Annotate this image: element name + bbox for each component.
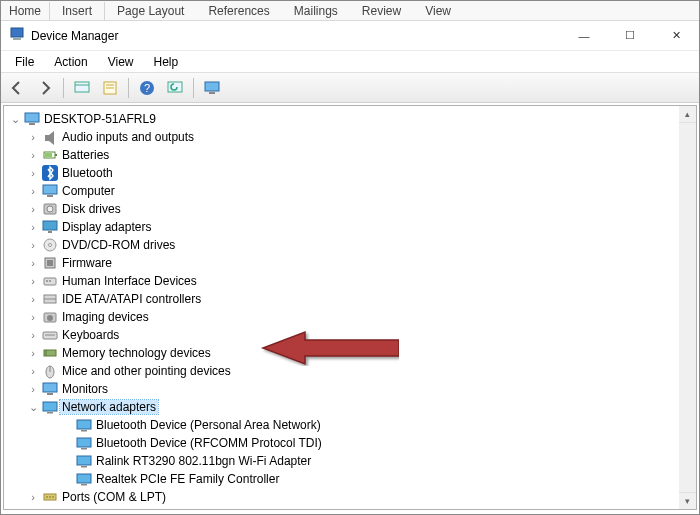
expand-icon[interactable]: › [26, 167, 40, 179]
expand-icon[interactable]: › [26, 221, 40, 233]
network-adapter-item[interactable]: Realtek PCIe FE Family Controller [60, 470, 679, 488]
window-minimize[interactable]: — [561, 21, 607, 51]
network-adapter-item[interactable]: Bluetooth Device (RFCOMM Protocol TDI) [60, 434, 679, 452]
imaging-icon [42, 309, 58, 325]
menu-action[interactable]: Action [44, 53, 97, 71]
window-titlebar: Device Manager — ☐ ✕ [1, 21, 699, 51]
toolbar-forward[interactable] [33, 76, 57, 100]
expand-icon[interactable]: › [26, 311, 40, 323]
tree-item-audio[interactable]: ›Audio inputs and outputs [26, 128, 679, 146]
network-adapter-icon [76, 435, 92, 451]
svg-point-26 [49, 244, 52, 247]
network-adapter-item[interactable]: Ralink RT3290 802.11bgn Wi-Fi Adapter [60, 452, 679, 470]
tree-item-label: Computer [60, 184, 117, 198]
svg-text:?: ? [144, 82, 150, 94]
ribbon-tab-review[interactable]: Review [350, 2, 413, 20]
expand-icon[interactable]: › [26, 365, 40, 377]
tree-item-ports[interactable]: ›Ports (COM & LPT) [26, 488, 679, 506]
toolbar-scan[interactable] [200, 76, 224, 100]
tree-item-computer[interactable]: ›Computer [26, 182, 679, 200]
svg-rect-53 [81, 484, 87, 486]
battery-icon [42, 147, 58, 163]
ribbon-tab-references[interactable]: References [196, 2, 281, 20]
tree-item-imaging[interactable]: ›Imaging devices [26, 308, 679, 326]
svg-rect-48 [77, 438, 91, 447]
expand-icon[interactable]: › [26, 383, 40, 395]
window-close[interactable]: ✕ [653, 21, 699, 51]
tree-item-label: DVD/CD-ROM drives [60, 238, 177, 252]
computer-icon [42, 183, 58, 199]
tree-item-memory[interactable]: ›Memory technology devices [26, 344, 679, 362]
collapse-icon[interactable]: ⌄ [26, 401, 40, 414]
firmware-icon [42, 255, 58, 271]
collapse-icon[interactable]: ⌄ [8, 113, 22, 126]
expand-icon[interactable]: › [26, 239, 40, 251]
expand-icon[interactable]: › [26, 491, 40, 503]
network-adapter-icon [76, 453, 92, 469]
svg-point-56 [49, 496, 51, 498]
audio-icon [42, 129, 58, 145]
toolbar-show-tree[interactable] [70, 76, 94, 100]
network-adapter-label: Ralink RT3290 802.11bgn Wi-Fi Adapter [94, 454, 313, 468]
svg-rect-28 [47, 260, 53, 266]
scroll-up-icon[interactable]: ▴ [679, 106, 696, 123]
tree-root[interactable]: ⌄ DESKTOP-51AFRL9 [8, 110, 679, 128]
tree-item-hid[interactable]: ›Human Interface Devices [26, 272, 679, 290]
svg-point-35 [47, 315, 53, 321]
tree-item-network[interactable]: ⌄Network adapters [26, 398, 679, 416]
ribbon-tab-mailings[interactable]: Mailings [282, 2, 350, 20]
bluetooth-icon [42, 165, 58, 181]
expand-icon[interactable]: › [26, 329, 40, 341]
expand-icon[interactable]: › [26, 275, 40, 287]
keyboard-icon [42, 327, 58, 343]
tree-item-dvd[interactable]: ›DVD/CD-ROM drives [26, 236, 679, 254]
svg-rect-0 [11, 28, 23, 37]
ribbon-tab-page-layout[interactable]: Page Layout [105, 2, 196, 20]
expand-icon[interactable]: › [26, 293, 40, 305]
menu-view[interactable]: View [98, 53, 144, 71]
tree-item-firmware[interactable]: ›Firmware [26, 254, 679, 272]
ribbon-tab-view[interactable]: View [413, 2, 463, 20]
tree-item-display[interactable]: ›Display adapters [26, 218, 679, 236]
expand-icon[interactable]: › [26, 257, 40, 269]
menu-help[interactable]: Help [144, 53, 189, 71]
toolbar-back[interactable] [5, 76, 29, 100]
expand-icon[interactable]: › [26, 347, 40, 359]
vertical-scrollbar[interactable]: ▴ ▾ [679, 106, 696, 509]
network-adapter-label: Bluetooth Device (RFCOMM Protocol TDI) [94, 436, 324, 450]
svg-rect-44 [43, 402, 57, 411]
svg-rect-23 [43, 221, 57, 230]
svg-rect-47 [81, 430, 87, 432]
svg-rect-12 [25, 113, 39, 122]
expand-icon[interactable]: › [26, 149, 40, 161]
tree-item-mouse[interactable]: ›Mice and other pointing devices [26, 362, 679, 380]
expand-icon[interactable]: › [26, 203, 40, 215]
mouse-icon [42, 363, 58, 379]
tree-item-bluetooth[interactable]: ›Bluetooth [26, 164, 679, 182]
svg-rect-20 [47, 195, 53, 197]
expand-icon[interactable]: › [26, 185, 40, 197]
tree-item-disk[interactable]: ›Disk drives [26, 200, 679, 218]
tree-item-keyboard[interactable]: ›Keyboards [26, 326, 679, 344]
device-tree[interactable]: ⌄ DESKTOP-51AFRL9 ›Audio inputs and outp… [4, 106, 679, 509]
window-menu: File Action View Help [1, 51, 699, 73]
scroll-down-icon[interactable]: ▾ [679, 492, 696, 509]
toolbar-refresh[interactable] [163, 76, 187, 100]
svg-rect-45 [47, 412, 53, 414]
svg-rect-16 [55, 154, 57, 156]
toolbar-properties[interactable] [98, 76, 122, 100]
tree-item-printq[interactable]: ›Print queues [26, 506, 679, 509]
tree-item-ide[interactable]: ›IDE ATA/ATAPI controllers [26, 290, 679, 308]
display-icon [42, 219, 58, 235]
svg-rect-17 [45, 153, 52, 157]
toolbar-help[interactable]: ? [135, 76, 159, 100]
menu-file[interactable]: File [5, 53, 44, 71]
tree-item-monitor[interactable]: ›Monitors [26, 380, 679, 398]
network-adapter-item[interactable]: Bluetooth Device (Personal Area Network) [60, 416, 679, 434]
tree-item-battery[interactable]: ›Batteries [26, 146, 679, 164]
ribbon-tab-home[interactable]: Home [5, 2, 50, 20]
ribbon-tab-insert[interactable]: Insert [50, 2, 105, 20]
expand-icon[interactable]: › [26, 131, 40, 143]
svg-point-30 [46, 280, 48, 282]
window-maximize[interactable]: ☐ [607, 21, 653, 51]
